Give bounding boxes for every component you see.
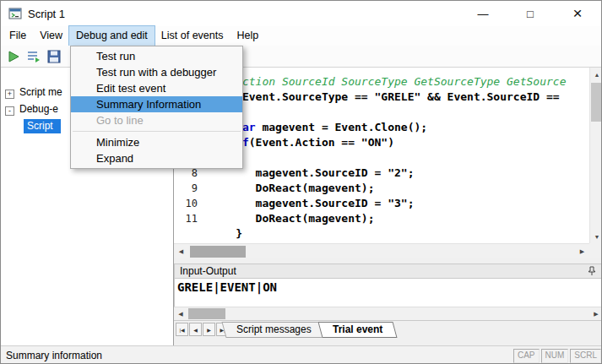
num-lock-indicator: NUM [541,349,569,363]
menubar: File View Debug and edit List of events … [1,26,601,46]
window-icon[interactable] [8,7,22,20]
menu-list-of-events[interactable]: List of events [155,26,230,46]
code-line: 10 magevent.SourceID = "3"; [174,197,589,212]
close-button[interactable]: × [554,1,601,26]
line-number: 8 [174,167,203,179]
scroll-right-button[interactable]: ▶ [575,245,589,258]
menu-item-summary-information[interactable]: Summary Information [71,96,242,112]
code-line: 9 DoReact(magevent); [174,182,589,197]
io-output-text: GRELE|EVENT|ON [177,280,277,294]
io-panel-header: Input-Output [174,263,602,279]
code-line: 11 DoReact(magevent); [174,212,589,227]
menu-separator [73,131,241,132]
menu-item-minimize[interactable]: Minimize [71,134,242,150]
tree-item-label: Debug-e [19,103,58,115]
horizontal-scroll-thumb[interactable] [190,246,246,258]
event-list-icon [26,49,41,64]
line-number: 9 [174,182,203,194]
pin-icon[interactable] [587,266,597,276]
event-list-button[interactable] [24,47,43,66]
caps-lock-indicator: CAP [513,349,540,363]
maximize-button[interactable]: □ [507,1,554,26]
status-text: Summary information [6,350,102,361]
code-line: } [174,227,589,242]
tree-item-label: Script me [19,86,62,98]
minimize-button[interactable]: — [459,1,507,26]
menu-item-expand[interactable]: Expand [71,150,242,166]
tab-trial-event[interactable]: Trial event [317,322,397,338]
tree-item-label: Script [24,119,61,133]
tab-script-messages[interactable]: Script messages [221,322,326,338]
app-window: Script 1 — □ × File View Debug and edit … [0,0,602,364]
tab-prev-button[interactable]: ◀ [189,323,202,336]
menu-debug-and-edit[interactable]: Debug and edit [69,26,155,46]
menu-item-edit-test-event[interactable]: Edit test event [71,80,242,96]
save-icon [46,49,62,64]
keyboard-indicators: CAP NUM SCRL [513,349,601,363]
scrollbar-corner [589,243,602,258]
line-number: 11 [174,213,203,225]
scroll-left-button[interactable]: ◀ [174,245,188,258]
horizontal-scroll-thumb[interactable] [188,308,225,319]
tree-item-selected[interactable]: Script [24,118,61,133]
menu-view[interactable]: View [33,26,69,46]
tree-expander-icon[interactable]: + [5,90,14,99]
io-panel-title: Input-Output [180,265,236,277]
menu-file[interactable]: File [3,26,33,46]
save-button[interactable] [45,47,63,66]
io-output-area[interactable]: GRELE|EVENT|ON [174,279,602,307]
tab-next-button[interactable]: ▶ [203,323,215,336]
tree-item[interactable]: -Debug-e [5,101,58,117]
editor-vertical-scrollbar[interactable]: ▲ ▼ [589,68,602,243]
vertical-scroll-thumb[interactable] [591,83,602,122]
tree-item[interactable]: +Script me [5,84,62,100]
line-number: 10 [174,198,203,209]
scroll-left-button[interactable]: ◀ [174,307,187,320]
test-run-button[interactable] [4,47,23,66]
debug-and-edit-dropdown: Test run Test run with a debugger Edit t… [70,46,243,169]
scroll-down-button[interactable]: ▼ [590,230,602,243]
titlebar: Script 1 — □ × [1,1,601,26]
tabs: Script messages Trial event [228,322,395,338]
scroll-lock-indicator: SCRL [570,349,601,363]
tree-expander-icon[interactable]: - [5,106,14,116]
scroll-up-button[interactable]: ▲ [590,68,602,81]
menu-help[interactable]: Help [230,26,265,46]
editor-horizontal-scrollbar[interactable]: ◀ ▶ [174,243,589,258]
menu-item-test-run-with-debugger[interactable]: Test run with a debugger [71,64,242,80]
bottom-tabbar: |◀ ◀ ▶ ▶| Script messages Trial event [174,320,602,345]
statusbar: Summary information CAP NUM SCRL [1,345,602,364]
menu-item-test-run[interactable]: Test run [71,48,242,64]
tab-first-button[interactable]: |◀ [176,323,188,336]
tab-nav-buttons: |◀ ◀ ▶ ▶| [176,323,229,336]
io-horizontal-scrollbar[interactable]: ◀ ▶ [174,307,602,320]
scroll-right-button[interactable]: ▶ [589,307,602,320]
test-run-icon [6,49,21,64]
menu-item-go-to-line: Go to line [71,112,242,128]
window-title: Script 1 [28,8,65,20]
caption-buttons: — □ × [459,1,601,26]
